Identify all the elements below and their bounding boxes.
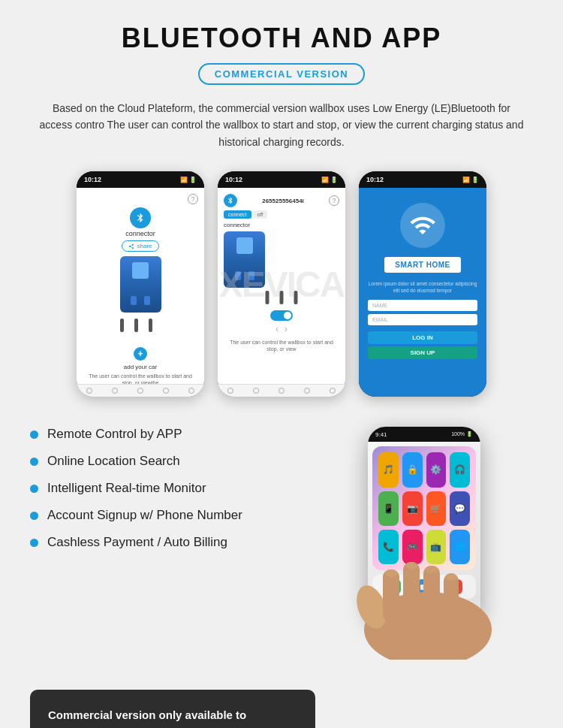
screen2-desc: The user can control the wallbox to star…: [224, 339, 339, 352]
nav-dot-3: [137, 388, 143, 394]
add-circle-1[interactable]: +: [134, 347, 147, 361]
phone-1: 10:12 📶 🔋 ? connector share: [77, 171, 204, 397]
bullet-dot-2: [30, 458, 38, 466]
phone-2-notch: 10:12 📶 🔋: [218, 171, 345, 188]
nav-dot-1: [86, 388, 92, 394]
smart-home-title: SMART HOME: [384, 257, 460, 273]
leg-2-1: [266, 291, 269, 304]
app-icon-1: 🎵: [378, 452, 399, 487]
sign-up-btn[interactable]: SIGN UP: [368, 346, 477, 359]
phone-1-screen-content: ? connector share: [77, 188, 204, 392]
prev-arrow[interactable]: ‹: [275, 324, 278, 334]
features-list: Remote Control by APP Online Location Se…: [30, 427, 308, 562]
nav-dot-4: [163, 388, 169, 394]
wifi-icon-big: [400, 203, 445, 248]
phone-1-time: 10:12: [84, 176, 101, 183]
name-label: NAME: [372, 303, 473, 308]
nav-dot-2-1: [227, 388, 233, 394]
leg-1: [120, 319, 124, 332]
description-text: Based on the Cloud Plateform, the commer…: [30, 100, 533, 150]
bluetooth-icon: [130, 207, 151, 228]
app-icon-3: ⚙️: [426, 452, 447, 487]
email-field-mock: EMAIL: [368, 314, 477, 325]
bluetooth-icon-2: [224, 194, 237, 207]
add-car-text: add your car: [124, 364, 157, 370]
phone-3: 10:12 📶 🔋 SMART HOME Lorem ipsum dolor s…: [359, 171, 486, 397]
phone-1-icons: 📶 🔋: [180, 177, 197, 183]
leg-3: [149, 319, 152, 332]
screen2-header: 265525556454i ?: [224, 194, 339, 207]
leg-2: [134, 319, 138, 332]
bullet-dot-4: [30, 512, 38, 520]
app-icon-6: 📷: [402, 491, 423, 526]
leg-2-3: [294, 291, 298, 304]
email-label: EMAIL: [372, 317, 473, 322]
feature-1-text: Remote Control by APP: [47, 427, 182, 442]
list-item: Remote Control by APP: [30, 427, 308, 442]
off-btn[interactable]: off: [253, 210, 268, 219]
next-arrow[interactable]: ›: [285, 324, 288, 334]
phone-3-notch: 10:12 📶 🔋: [359, 171, 486, 188]
svg-point-9: [445, 573, 457, 581]
svg-point-8: [426, 566, 438, 573]
phone-1-notch: 10:12 📶 🔋: [77, 171, 204, 188]
phone-3-icons: 📶 🔋: [462, 177, 479, 183]
nav-dot-2-5: [330, 388, 336, 394]
phone-3-time: 10:12: [366, 176, 384, 183]
svg-rect-2: [383, 569, 399, 622]
phone-hand-container: 9:41 100% 🔋 🎵 🔒 ⚙️ 🎧 📱 📷 🛒 💬 📞: [323, 427, 533, 667]
charger-img-2: [224, 231, 265, 288]
phone-1-bottom-nav: [77, 384, 204, 397]
svg-point-6: [385, 569, 397, 577]
connect-buttons: connect off: [224, 210, 339, 219]
device-id: 265525556454i: [262, 198, 304, 204]
app-icon-4: 🎧: [450, 452, 470, 487]
charger-legs-1: [120, 319, 152, 332]
nav-dot-2: [112, 388, 118, 394]
app-icon-2: 🔒: [402, 452, 423, 487]
nav-dot-5: [188, 388, 194, 394]
phone-3-screen-content: SMART HOME Lorem ipsum dolor sit amet co…: [359, 188, 486, 397]
feature-3-text: Intelligent Real-time Monitor: [47, 481, 206, 496]
app-icon-7: 🛒: [426, 491, 447, 526]
main-title: BLUETOOTH AND APP: [30, 23, 533, 54]
connect-btn[interactable]: connect: [224, 210, 251, 219]
log-in-btn[interactable]: LOG IN: [368, 331, 477, 344]
commercial-badge: COMMERCIAL VERSION: [198, 63, 365, 85]
charger-legs-2: [266, 291, 298, 304]
bullet-dot-3: [30, 485, 38, 493]
help-icon-1: ?: [188, 194, 198, 204]
list-item: Intelligent Real-time Monitor: [30, 481, 308, 496]
list-item: Cashless Payment / Auto Billing: [30, 535, 308, 550]
phone-3-screen: SMART HOME Lorem ipsum dolor sit amet co…: [359, 188, 486, 397]
leg-2-2: [280, 291, 284, 304]
help-icon-2: ?: [329, 195, 339, 206]
notice-box: Commercial version only available to cus…: [30, 690, 315, 728]
phones-row: 10:12 📶 🔋 ? connector share: [30, 171, 533, 397]
toggle-switch[interactable]: [270, 310, 293, 321]
list-item: Account Signup w/ Phone Number: [30, 508, 308, 523]
connector-label-2: connector: [224, 222, 339, 228]
share-button-1[interactable]: share: [122, 240, 158, 252]
phone-2-time: 10:12: [225, 176, 242, 183]
badge-container: COMMERCIAL VERSION: [30, 63, 533, 85]
nav-dot-2-3: [278, 388, 285, 394]
connector-label-1: connector: [125, 230, 155, 237]
nav-dot-2-2: [253, 388, 259, 394]
charger-illustration-2: [224, 231, 339, 288]
app-icon-5: 📱: [378, 491, 399, 526]
phone-2-bottom-nav: [218, 384, 345, 397]
notice-text: Commercial version only available to cus…: [48, 708, 263, 728]
charger-img-1: [120, 256, 161, 313]
features-section: Remote Control by APP Online Location Se…: [30, 427, 533, 667]
screen3-desc: Lorem ipsum dolor sit amet consectetur a…: [368, 280, 477, 294]
nav-dot-2-4: [304, 388, 310, 394]
name-field-mock: NAME: [368, 300, 477, 311]
svg-rect-3: [403, 562, 420, 622]
charger-illustration-1: [120, 256, 161, 317]
feature-2-text: Online Location Search: [47, 454, 180, 469]
svg-rect-4: [423, 566, 440, 622]
phone-2-icons: 📶 🔋: [321, 177, 338, 183]
feature-4-text: Account Signup w/ Phone Number: [47, 508, 242, 523]
page-container: BLUETOOTH AND APP COMMERCIAL VERSION Bas…: [0, 0, 563, 728]
